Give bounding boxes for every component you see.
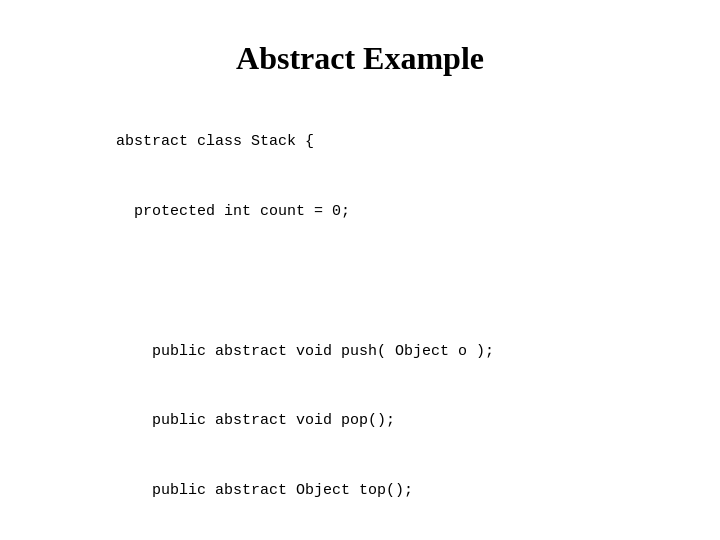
code-line-5: public abstract void pop(); bbox=[116, 412, 395, 429]
code-line-2: protected int count = 0; bbox=[116, 203, 350, 220]
code-line-6: public abstract Object top(); bbox=[116, 482, 413, 499]
slide-title: Abstract Example bbox=[20, 40, 700, 77]
code-block: abstract class Stack { protected int cou… bbox=[20, 107, 700, 540]
slide-container: Abstract Example abstract class Stack { … bbox=[20, 40, 700, 540]
code-line-4: public abstract void push( Object o ); bbox=[116, 343, 494, 360]
code-line-1: abstract class Stack { bbox=[116, 133, 314, 150]
